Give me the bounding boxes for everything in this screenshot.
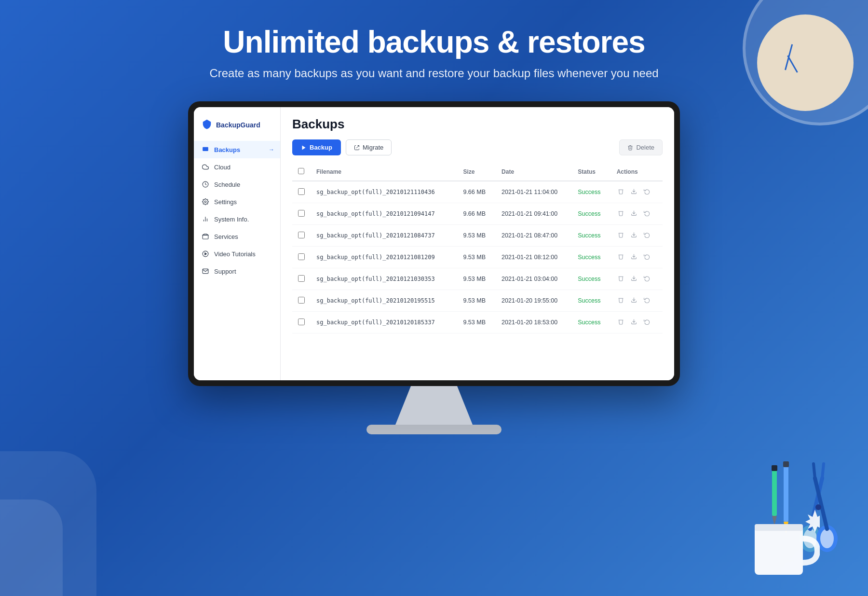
restore-row-button[interactable] — [643, 231, 651, 240]
row-checkbox-3[interactable] — [298, 253, 305, 260]
row-status: Success — [572, 268, 610, 290]
monitor-stand — [395, 386, 473, 425]
restore-row-button[interactable] — [643, 318, 651, 327]
migrate-btn-label: Migrate — [363, 144, 383, 151]
header-section: Unlimited backups & restores Create as m… — [0, 0, 868, 80]
row-checkbox-cell — [292, 225, 311, 247]
monitor-base — [366, 425, 502, 434]
download-row-button[interactable] — [630, 231, 638, 240]
row-checkbox-6[interactable] — [298, 319, 305, 325]
table-row: sg_backup_opt(full)_20210120185337 9.53 … — [292, 312, 663, 333]
download-row-button[interactable] — [630, 187, 638, 197]
col-status: Status — [572, 163, 610, 181]
row-date: 2021-01-21 11:04:00 — [496, 181, 572, 203]
sub-title: Create as many backups as you want and r… — [0, 67, 868, 80]
migrate-icon — [354, 145, 360, 151]
backup-button[interactable]: Backup — [292, 139, 341, 155]
delete-row-button[interactable] — [617, 318, 625, 327]
monitor-screen: BackupGuard Backups Cloud — [194, 107, 674, 380]
main-content: Backups Backup Migrate — [281, 107, 674, 380]
row-checkbox-4[interactable] — [298, 275, 305, 282]
delete-button[interactable]: Delete — [619, 139, 663, 155]
col-checkbox — [292, 163, 311, 181]
delete-row-button[interactable] — [617, 231, 625, 240]
sidebar-item-support-label: Support — [214, 268, 236, 275]
download-row-button[interactable] — [630, 274, 638, 284]
row-checkbox-1[interactable] — [298, 210, 305, 217]
sidebar-item-video-tutorials[interactable]: Video Tutorials — [194, 245, 280, 263]
system-icon — [202, 215, 209, 223]
download-row-button[interactable] — [630, 318, 638, 327]
row-date: 2021-01-21 03:04:00 — [496, 268, 572, 290]
migrate-button[interactable]: Migrate — [346, 139, 392, 155]
download-row-button[interactable] — [630, 209, 638, 219]
table-row: sg_backup_opt(full)_20210121110436 9.66 … — [292, 181, 663, 203]
delete-row-button[interactable] — [617, 187, 625, 197]
row-date: 2021-01-20 19:55:00 — [496, 290, 572, 312]
logo-text: BackupGuard — [216, 121, 260, 129]
download-row-button[interactable] — [630, 296, 638, 305]
sidebar-item-schedule[interactable]: Schedule — [194, 176, 280, 193]
row-status: Success — [572, 247, 610, 268]
restore-row-button[interactable] — [643, 187, 651, 197]
row-checkbox-5[interactable] — [298, 297, 305, 304]
row-actions — [611, 225, 663, 247]
delete-icon — [627, 145, 633, 151]
row-status: Success — [572, 290, 610, 312]
row-status: Success — [572, 203, 610, 225]
backup-table-container: Filename Size Date Status Actions sg_bac… — [292, 163, 663, 371]
sidebar-item-system-info-label: System Info. — [214, 216, 249, 223]
main-title: Unlimited backups & restores — [0, 24, 868, 60]
restore-row-button[interactable] — [643, 296, 651, 305]
backup-icon — [202, 146, 209, 153]
row-filename: sg_backup_opt(full)_20210121084737 — [311, 225, 457, 247]
restore-row-button[interactable] — [643, 274, 651, 284]
row-date: 2021-01-20 18:53:00 — [496, 312, 572, 333]
delete-row-button[interactable] — [617, 252, 625, 262]
select-all-checkbox[interactable] — [298, 168, 304, 174]
svg-line-27 — [356, 145, 359, 148]
sidebar-item-backups-label: Backups — [214, 146, 240, 153]
svg-point-3 — [820, 529, 834, 548]
sidebar-item-settings[interactable]: Settings — [194, 193, 280, 210]
delete-btn-label: Delete — [636, 144, 654, 151]
delete-row-button[interactable] — [617, 296, 625, 305]
col-date: Date — [496, 163, 572, 181]
row-actions — [611, 268, 663, 290]
row-size: 9.53 MB — [457, 247, 496, 268]
svg-rect-13 — [783, 461, 789, 467]
toolbar: Backup Migrate Delete — [292, 139, 663, 155]
row-filename: sg_backup_opt(full)_20210121081209 — [311, 247, 457, 268]
restore-row-button[interactable] — [643, 252, 651, 262]
sidebar-item-cloud[interactable]: Cloud — [194, 158, 280, 176]
sidebar-item-backups[interactable]: Backups — [194, 141, 280, 158]
restore-row-button[interactable] — [643, 209, 651, 219]
row-size: 9.53 MB — [457, 312, 496, 333]
sidebar-item-support[interactable]: Support — [194, 263, 280, 280]
services-icon — [202, 233, 209, 240]
row-checkbox-2[interactable] — [298, 232, 305, 238]
sidebar-item-system-info[interactable]: System Info. — [194, 210, 280, 228]
row-size: 9.53 MB — [457, 290, 496, 312]
row-size: 9.53 MB — [457, 268, 496, 290]
delete-row-button[interactable] — [617, 209, 625, 219]
row-date: 2021-01-21 08:12:00 — [496, 247, 572, 268]
col-size: Size — [457, 163, 496, 181]
row-status: Success — [572, 312, 610, 333]
support-icon — [202, 267, 209, 275]
row-date: 2021-01-21 09:41:00 — [496, 203, 572, 225]
play-icon — [301, 145, 307, 151]
delete-row-button[interactable] — [617, 274, 625, 284]
page-title: Backups — [292, 117, 663, 132]
sidebar-item-cloud-label: Cloud — [214, 164, 231, 171]
row-actions — [611, 247, 663, 268]
download-row-button[interactable] — [630, 252, 638, 262]
settings-icon — [202, 198, 209, 206]
sidebar-item-services[interactable]: Services — [194, 228, 280, 245]
sidebar-item-schedule-label: Schedule — [214, 181, 240, 188]
row-checkbox-cell — [292, 181, 311, 203]
monitor-wrapper: BackupGuard Backups Cloud — [188, 101, 680, 434]
row-checkbox-0[interactable] — [298, 188, 305, 195]
backup-btn-label: Backup — [310, 144, 332, 151]
col-actions: Actions — [611, 163, 663, 181]
